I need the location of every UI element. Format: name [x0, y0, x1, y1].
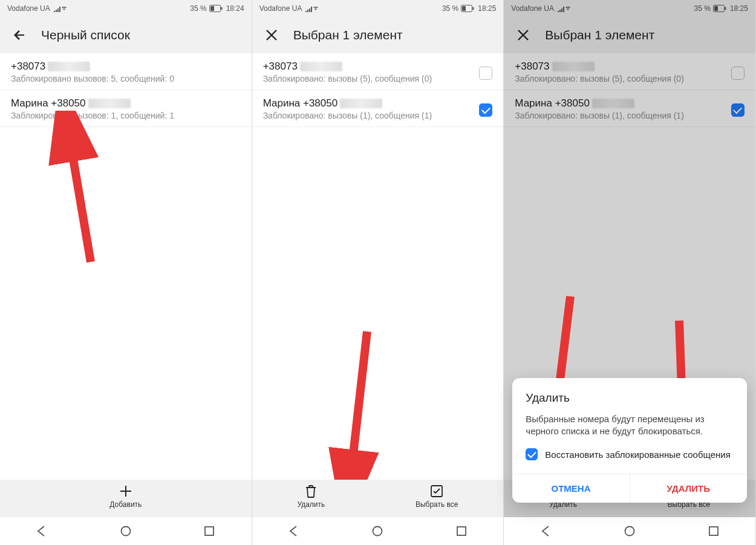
delete-dialog: Удалить Выбранные номера будут перемещен…	[512, 378, 747, 503]
dialog-message: Выбранные номера будут перемещены из чер…	[526, 413, 734, 438]
select-all-button[interactable]: Выбрать все	[415, 483, 458, 509]
phone-screen-1: Vodafone UA 35 % 18:24 Черный список +38…	[0, 0, 252, 545]
battery-pct: 35 %	[442, 4, 458, 13]
dialog-cancel-button[interactable]: ОТМЕНА	[512, 474, 630, 503]
select-checkbox[interactable]	[731, 67, 745, 80]
nav-back-icon[interactable]	[539, 524, 553, 538]
bottom-toolbar: Добавить	[0, 480, 252, 517]
dialog-confirm-button[interactable]: УДАЛИТЬ	[630, 474, 747, 503]
nav-home-icon[interactable]	[119, 524, 132, 538]
nav-back-icon[interactable]	[35, 524, 48, 538]
nav-recent-icon[interactable]	[455, 524, 468, 538]
blocked-summary: Заблокировано вызовов: 5, сообщений: 0	[11, 74, 241, 83]
signal-icon	[558, 5, 573, 12]
close-icon[interactable]	[263, 27, 280, 44]
svg-rect-7	[473, 7, 474, 10]
blocked-summary: Заблокировано: вызовы (1), сообщения (1)	[263, 111, 480, 120]
page-title: Выбран 1 элемент	[545, 28, 654, 42]
blocked-summary: Заблокировано: вызовы (5), сообщения (0)	[263, 74, 480, 83]
svg-rect-12	[714, 6, 718, 11]
carrier-label: Vodafone UA	[259, 4, 302, 13]
annotation-arrow	[325, 325, 385, 480]
clock: 18:24	[226, 4, 244, 13]
nav-bar	[504, 517, 755, 545]
battery-pct: 35 %	[694, 4, 711, 13]
carrier-label: Vodafone UA	[511, 4, 554, 13]
blacklist-item[interactable]: Марина +38050 Заблокировано: вызовы (1),…	[252, 90, 504, 127]
battery-pct: 35 %	[190, 4, 206, 13]
redacted-number	[48, 62, 90, 71]
plus-icon	[118, 483, 134, 499]
redacted-number	[340, 99, 382, 108]
annotation-arrow	[42, 111, 103, 268]
back-arrow-icon[interactable]	[11, 27, 28, 44]
select-checkbox[interactable]	[731, 103, 745, 117]
redacted-number	[592, 99, 634, 108]
contact-number: Марина +38050	[263, 97, 338, 109]
blacklist-item[interactable]: Марина +38050 Заблокировано вызовов: 1, …	[0, 90, 252, 127]
svg-rect-6	[462, 6, 466, 11]
page-title: Черный список	[41, 28, 130, 42]
delete-button-label: Удалить	[297, 500, 325, 509]
add-button-label: Добавить	[109, 500, 142, 509]
svg-point-3	[121, 527, 130, 536]
dialog-title: Удалить	[526, 391, 734, 405]
contact-number: Марина +38050	[11, 97, 86, 109]
trash-icon	[303, 483, 319, 499]
svg-rect-4	[205, 527, 213, 535]
bottom-toolbar: Удалить Выбрать все	[252, 480, 504, 517]
svg-rect-16	[709, 527, 718, 535]
redacted-number	[300, 62, 342, 71]
select-checkbox[interactable]	[479, 67, 492, 80]
contact-number: +38073	[515, 60, 549, 73]
svg-rect-1	[210, 6, 214, 11]
phone-screen-2: Vodafone UA 35 % 18:25 Выбран 1 элемент …	[252, 0, 504, 545]
svg-rect-2	[221, 7, 222, 10]
battery-icon	[713, 5, 726, 12]
contact-number: Марина +38050	[515, 97, 590, 109]
nav-bar	[252, 517, 504, 545]
svg-point-15	[625, 527, 634, 536]
restore-messages-label: Восстановить заблокированные сообщения	[545, 449, 731, 460]
nav-bar	[0, 517, 252, 545]
blacklist-item[interactable]: +38073 Заблокировано: вызовы (5), сообще…	[252, 53, 504, 90]
contact-number: +38073	[263, 60, 298, 73]
delete-button[interactable]: Удалить	[297, 483, 325, 509]
nav-home-icon[interactable]	[623, 524, 636, 538]
battery-icon	[209, 5, 223, 12]
blacklist-item[interactable]: Марина +38050 Заблокировано: вызовы (1),…	[504, 90, 755, 127]
svg-rect-10	[457, 527, 466, 535]
blacklist-item[interactable]: +38073 Заблокировано вызовов: 5, сообщен…	[0, 53, 252, 90]
app-header: Черный список	[0, 17, 252, 53]
svg-point-9	[373, 527, 382, 536]
nav-recent-icon[interactable]	[707, 524, 720, 538]
select-all-button-label: Выбрать все	[415, 500, 458, 509]
redacted-number	[88, 99, 131, 108]
contact-number: +38073	[11, 60, 45, 73]
select-all-icon	[429, 483, 445, 499]
battery-icon	[461, 5, 474, 12]
close-icon[interactable]	[515, 27, 532, 44]
carrier-label: Vodafone UA	[7, 4, 50, 13]
clock: 18:25	[730, 4, 748, 13]
blacklist-item[interactable]: +38073 Заблокировано: вызовы (5), сообще…	[504, 53, 755, 90]
restore-messages-checkbox[interactable]	[526, 448, 538, 460]
page-title: Выбран 1 элемент	[293, 28, 403, 42]
status-bar: Vodafone UA 35 % 18:25	[252, 0, 504, 17]
app-header: Выбран 1 элемент	[504, 17, 755, 53]
app-header: Выбран 1 элемент	[252, 17, 504, 53]
add-button[interactable]: Добавить	[109, 483, 142, 509]
select-checkbox[interactable]	[479, 103, 492, 117]
nav-back-icon[interactable]	[287, 524, 301, 538]
nav-recent-icon[interactable]	[203, 524, 216, 538]
svg-rect-13	[725, 7, 726, 10]
phone-screen-3: Vodafone UA 35 % 18:25 Выбран 1 элемент …	[504, 0, 756, 545]
redacted-number	[552, 62, 595, 71]
blocked-summary: Заблокировано: вызовы (1), сообщения (1)	[515, 111, 731, 120]
signal-icon	[54, 5, 70, 12]
nav-home-icon[interactable]	[371, 524, 384, 538]
status-bar: Vodafone UA 35 % 18:24	[0, 0, 252, 17]
blocked-summary: Заблокировано вызовов: 1, сообщений: 1	[11, 111, 241, 120]
blocked-summary: Заблокировано: вызовы (5), сообщения (0)	[515, 74, 731, 83]
status-bar: Vodafone UA 35 % 18:25	[504, 0, 755, 17]
